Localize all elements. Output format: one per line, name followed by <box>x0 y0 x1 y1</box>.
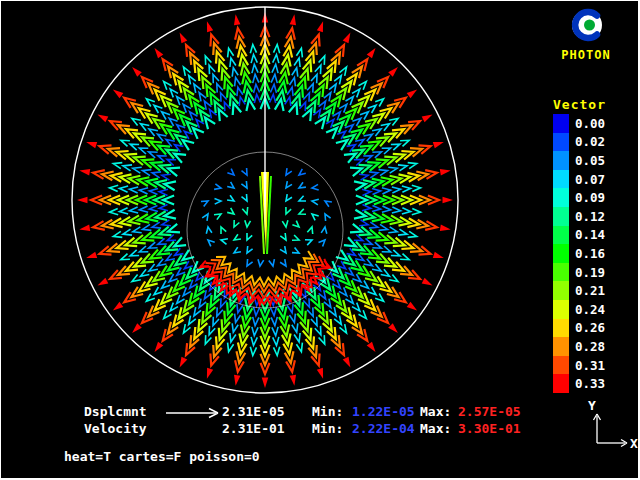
legend-entry: 0.28 <box>553 337 605 356</box>
crescent-mesh <box>200 251 330 305</box>
legend-title: Vector <box>553 97 606 112</box>
legend-entry: 0.31 <box>553 356 605 375</box>
legend-swatch <box>553 226 569 245</box>
max-label: Max: <box>420 404 451 419</box>
field-name: Velocity <box>84 421 147 436</box>
legend-entry: 0.07 <box>553 170 605 189</box>
legend-entry: 0.21 <box>553 281 605 300</box>
legend-value: 0.05 <box>575 153 605 168</box>
legend-value: 0.14 <box>575 227 605 242</box>
status-row-velocity: Velocity 2.31E-01 Min: 2.22E-04 Max: 3.3… <box>0 421 640 437</box>
field-scale-value: 2.31E-05 <box>222 404 285 419</box>
max-value: 2.57E-05 <box>458 404 521 419</box>
legend-swatch <box>553 356 569 375</box>
legend-swatch <box>553 151 569 170</box>
legend-swatch <box>553 207 569 226</box>
legend-swatch <box>553 300 569 319</box>
colorbar-legend: 0.000.020.050.070.090.120.140.160.190.21… <box>553 114 605 393</box>
legend-value: 0.16 <box>575 246 605 261</box>
legend-swatch <box>553 170 569 189</box>
legend-entry: 0.26 <box>553 319 605 338</box>
legend-swatch <box>553 319 569 338</box>
legend-swatch <box>553 374 569 393</box>
legend-value: 0.21 <box>575 283 605 298</box>
photon-logo-icon <box>570 8 604 42</box>
status-row-displacement: Dsplcmnt 2.31E-05 Min: 1.22E-05 Max: 2.5… <box>0 404 640 420</box>
min-value: 2.22E-04 <box>352 421 415 436</box>
legend-value: 0.07 <box>575 172 605 187</box>
legend-swatch <box>553 263 569 282</box>
legend-entry: 0.02 <box>553 133 605 152</box>
legend-entry: 0.16 <box>553 244 605 263</box>
min-value: 1.22E-05 <box>352 404 415 419</box>
legend-entry: 0.05 <box>553 151 605 170</box>
legend-value: 0.19 <box>575 265 605 280</box>
legend-entry: 0.19 <box>553 263 605 282</box>
legend-entry: 0.24 <box>553 300 605 319</box>
legend-swatch <box>553 244 569 263</box>
legend-swatch <box>553 114 569 133</box>
legend-value: 0.02 <box>575 134 605 149</box>
legend-entry: 0.00 <box>553 114 605 133</box>
max-label: Max: <box>420 421 451 436</box>
max-value: 3.30E-01 <box>458 421 521 436</box>
min-label: Min: <box>312 404 343 419</box>
legend-value: 0.12 <box>575 209 605 224</box>
legend-value: 0.09 <box>575 190 605 205</box>
legend-swatch <box>553 188 569 207</box>
legend-swatch <box>553 337 569 356</box>
displacement-scale-arrow-icon <box>164 404 222 420</box>
photon-app-window: PHOTON Vector 0.000.020.050.070.090.120.… <box>0 0 640 480</box>
legend-entry: 0.33 <box>553 374 605 393</box>
legend-value: 0.33 <box>575 376 605 391</box>
y-axis-label: Y <box>588 398 596 413</box>
app-title: PHOTON <box>550 48 622 62</box>
legend-swatch <box>553 133 569 152</box>
legend-swatch <box>553 281 569 300</box>
legend-value: 0.24 <box>575 302 605 317</box>
field-name: Dsplcmnt <box>84 404 147 419</box>
legend-entry: 0.09 <box>553 188 605 207</box>
x-axis-label: X <box>630 436 638 451</box>
legend-entry: 0.12 <box>553 207 605 226</box>
axis-orientation-indicator: Y X <box>580 392 640 454</box>
options-line: heat=T cartes=F poisson=0 <box>64 449 260 464</box>
legend-entry: 0.14 <box>553 226 605 245</box>
legend-value: 0.26 <box>575 320 605 335</box>
legend-value: 0.28 <box>575 339 605 354</box>
central-plume <box>260 172 271 254</box>
legend-value: 0.00 <box>575 116 605 131</box>
field-scale-value: 2.31E-01 <box>222 421 285 436</box>
min-label: Min: <box>312 421 343 436</box>
legend-value: 0.31 <box>575 358 605 373</box>
